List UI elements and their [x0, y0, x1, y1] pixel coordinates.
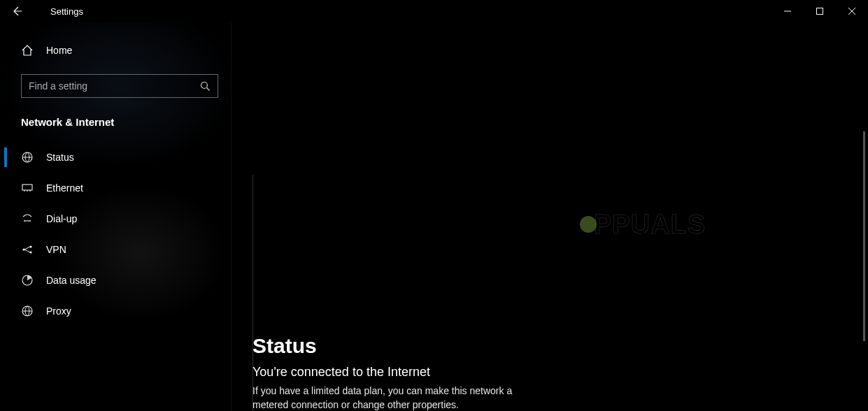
status-desc: If you have a limited data plan, you can…	[252, 384, 539, 411]
home-label: Home	[46, 45, 72, 56]
svg-point-5	[29, 220, 31, 222]
page-title: Status	[252, 334, 658, 358]
dialup-icon	[21, 212, 34, 225]
nav-label: VPN	[46, 244, 66, 255]
vpn-icon	[21, 243, 34, 256]
nav-label: Proxy	[46, 305, 71, 317]
title-bar: Settings	[0, 0, 868, 22]
svg-point-1	[201, 82, 208, 88]
sidebar: Home Network & Internet Status Ethernet	[0, 22, 231, 411]
section-header: Network & Internet	[0, 110, 231, 138]
minimize-button[interactable]	[771, 0, 804, 22]
minimize-icon	[784, 8, 791, 15]
nav-item-vpn[interactable]: VPN	[0, 234, 231, 265]
main-area: PPUALS Status You're connected to the In…	[231, 22, 868, 411]
window-title: Settings	[34, 6, 83, 17]
nav-item-dialup[interactable]: Dial-up	[0, 203, 231, 234]
status-subhead: You're connected to the Internet	[252, 365, 658, 380]
nav-label: Data usage	[46, 275, 97, 286]
svg-rect-3	[22, 185, 32, 190]
window-controls	[771, 0, 868, 22]
home-button[interactable]: Home	[0, 36, 231, 64]
nav-item-status[interactable]: Status	[0, 142, 231, 173]
search-icon	[200, 81, 211, 92]
ethernet-icon	[21, 182, 34, 194]
nav-label: Dial-up	[46, 213, 77, 224]
content: Status You're connected to the Internet …	[232, 22, 679, 411]
home-icon	[21, 44, 34, 57]
status-icon	[21, 151, 34, 164]
datausage-icon	[21, 274, 34, 287]
maximize-button[interactable]	[804, 0, 836, 22]
nav-item-datausage[interactable]: Data usage	[0, 265, 231, 296]
scrollbar[interactable]	[863, 131, 865, 341]
close-icon	[848, 8, 855, 15]
nav-label: Ethernet	[46, 182, 83, 194]
back-button[interactable]	[0, 0, 34, 22]
svg-point-4	[24, 220, 25, 222]
search-box[interactable]	[21, 74, 218, 98]
nav-item-ethernet[interactable]: Ethernet	[0, 173, 231, 203]
maximize-icon	[816, 8, 823, 15]
search-input[interactable]	[29, 80, 200, 92]
nav-item-proxy[interactable]: Proxy	[0, 296, 231, 326]
close-button[interactable]	[836, 0, 868, 22]
nav-list: Status Ethernet Dial-up VPN	[0, 138, 231, 326]
back-arrow-icon	[11, 6, 22, 17]
proxy-icon	[21, 305, 34, 317]
svg-rect-0	[817, 8, 823, 15]
nav-label: Status	[46, 152, 74, 163]
